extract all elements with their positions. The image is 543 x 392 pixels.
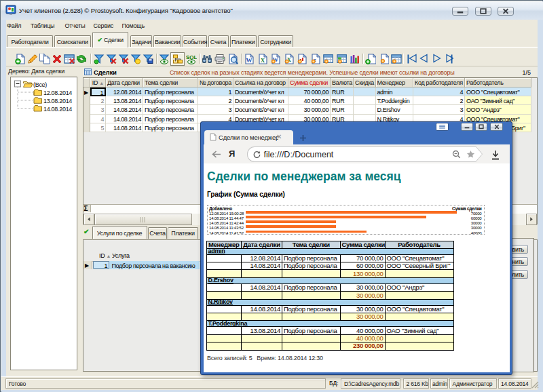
svg-text:W: W [246,57,252,64]
svg-text:X: X [260,57,265,64]
svg-text:SQL: SQL [186,54,197,60]
